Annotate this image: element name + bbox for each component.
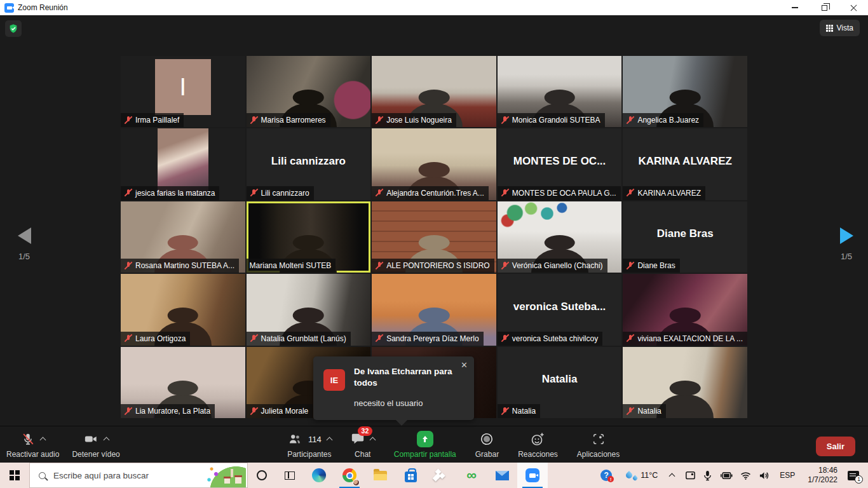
taskbar-app-mail[interactable] [487,463,517,488]
participant-tile[interactable]: Lia Muratore, La Plata [121,347,245,418]
record-button[interactable]: Grabar [475,431,499,459]
participant-center-name: MONTES DE OC... [498,155,622,168]
taskbar-app-camtasia[interactable]: ∞ [456,463,487,488]
participants-button[interactable]: 114 Participantes [287,431,332,459]
participant-tile[interactable]: Sandra Pereyra Díaz Merlo [372,274,496,345]
search-box-illustration [207,463,246,487]
help-tray-icon[interactable]: ? [600,470,612,481]
zoom-app-icon [4,3,14,13]
participant-name-label: ALE PONTORIERO S ISIDRO [372,259,494,273]
participant-tile[interactable]: Marisa Barromeres [247,56,371,127]
participant-tile[interactable]: MONTES DE OC... MONTES DE OCA PAULA G... [498,128,622,200]
file-explorer-icon [374,471,387,480]
wifi-tray-icon[interactable] [740,471,751,480]
muted-mic-icon [124,334,132,342]
previous-page-control[interactable]: 1/5 [11,227,37,261]
display-tray-icon[interactable] [685,471,696,480]
participant-name-label: Natalia Grunblatt (Lanús) [247,332,351,346]
taskbar-search-box[interactable] [29,463,248,488]
participant-center-name: KARINA ALVAREZ [623,155,747,168]
minimize-icon [792,7,798,8]
battery-tray-icon[interactable] [719,471,733,480]
muted-mic-icon [250,116,258,125]
stop-video-button[interactable]: Detener vídeo [72,431,119,459]
share-screen-button[interactable]: Compartir pantalla [394,431,456,459]
next-page-control[interactable]: 1/5 [834,227,859,261]
task-view-button[interactable] [276,463,304,488]
audio-options-chevron-icon[interactable] [39,437,46,444]
muted-mic-icon [375,189,383,197]
taskbar-app-zoom[interactable] [517,463,548,488]
participant-tile[interactable]: jesica farias la matanza [121,128,245,200]
microphone-tray-icon[interactable] [703,470,712,481]
popup-close-button[interactable]: ✕ [461,361,468,369]
participant-name-label: Verónica Gianello (Chachi) [498,259,607,273]
muted-mic-icon [124,262,132,270]
reactions-button[interactable]: Reacciones [518,431,558,459]
weather-widget[interactable]: 11°C [626,471,658,480]
participants-chevron-icon[interactable] [326,437,332,444]
participant-name-label: Laura Ortigoza [121,332,190,346]
participant-name-label: Lia Muratore, La Plata [121,404,215,418]
participant-tile[interactable]: KARINA ALVAREZ KARINA ALVAREZ [623,128,747,200]
participant-tile[interactable]: veronica Suteba... veronica Suteba chivi… [498,274,622,345]
participant-tile[interactable]: Diane Bras Diane Bras [623,201,747,273]
muted-mic-icon [626,262,634,270]
view-button[interactable]: Vista [820,20,860,36]
chat-chevron-icon[interactable] [369,437,376,444]
notification-center-button[interactable]: 1 [848,471,859,480]
close-button[interactable] [839,0,868,15]
participant-tile[interactable]: Jose Luis Nogueira [372,56,496,127]
tray-expand-chevron-icon[interactable] [669,473,675,480]
video-options-chevron-icon[interactable] [104,437,110,444]
close-icon [850,4,857,11]
start-button[interactable] [0,463,29,488]
participant-name-label: Irma Paillalef [121,113,184,127]
shield-check-icon [8,24,18,34]
participant-tile[interactable]: Natalia [623,347,747,418]
leave-meeting-button[interactable]: Salir [816,437,855,456]
cortana-button[interactable] [248,463,276,488]
taskbar-clock[interactable]: 18:46 1/7/2022 [808,466,837,485]
participant-tile[interactable]: Lili cannizzaro Lili cannizzaro [247,128,371,200]
muted-mic-icon [501,189,509,197]
participant-tile[interactable]: Natalia Grunblatt (Lanús) [247,274,371,345]
muted-mic-icon [626,116,634,125]
taskbar-app-edge[interactable] [304,463,334,488]
taskbar-app-dropbox[interactable] [426,463,456,488]
search-input[interactable] [53,471,174,480]
tray-date: 1/7/2022 [808,475,837,485]
chat-notification-popup[interactable]: IE De Ivana Etcharran para todos necesit… [313,356,474,420]
taskbar-app-file-explorer[interactable] [365,463,395,488]
participant-tile-active-speaker[interactable]: Mariana Molteni SUTEB [247,201,371,273]
taskbar-app-chrome[interactable] [334,463,365,488]
security-button[interactable] [5,20,22,37]
muted-mic-icon [501,334,509,342]
restore-button[interactable] [810,0,839,15]
muted-mic-icon [375,116,383,125]
participant-tile[interactable]: Monica Grandoli SUTEBA [498,56,622,127]
prev-page-arrow-icon [18,227,31,244]
participant-tile[interactable]: Laura Ortigoza [121,274,245,345]
language-indicator[interactable]: ESP [780,471,795,480]
participant-tile[interactable]: Natalia Natalia [498,347,622,418]
participant-name-label: Mariana Molteni SUTEB [247,259,336,273]
apps-button[interactable]: Aplicaciones [577,431,620,459]
participant-tile[interactable]: Rosana Martino SUTEBA A... [121,201,245,273]
participant-tile[interactable]: Alejandra Centurión.Tres A... [372,128,496,200]
muted-mic-icon [501,262,509,270]
participants-count: 114 [308,435,322,444]
participant-tile[interactable]: ALE PONTORIERO S ISIDRO [372,201,496,273]
speaker-tray-icon[interactable] [759,471,770,480]
participant-tile[interactable]: I Irma Paillalef [121,56,245,127]
chat-button[interactable]: 32 Chat [351,431,375,459]
record-label: Grabar [475,450,499,459]
muted-mic-icon [124,189,132,197]
unmute-audio-button[interactable]: Reactivar audio [6,431,59,459]
participant-tile[interactable]: Angelica B.Juarez [623,56,747,127]
apps-icon [592,432,606,446]
participant-tile[interactable]: viviana EXALTACION DE LA ... [623,274,747,345]
participant-tile[interactable]: Verónica Gianello (Chachi) [498,201,622,273]
taskbar-app-store[interactable] [395,463,426,488]
minimize-button[interactable] [780,0,810,15]
